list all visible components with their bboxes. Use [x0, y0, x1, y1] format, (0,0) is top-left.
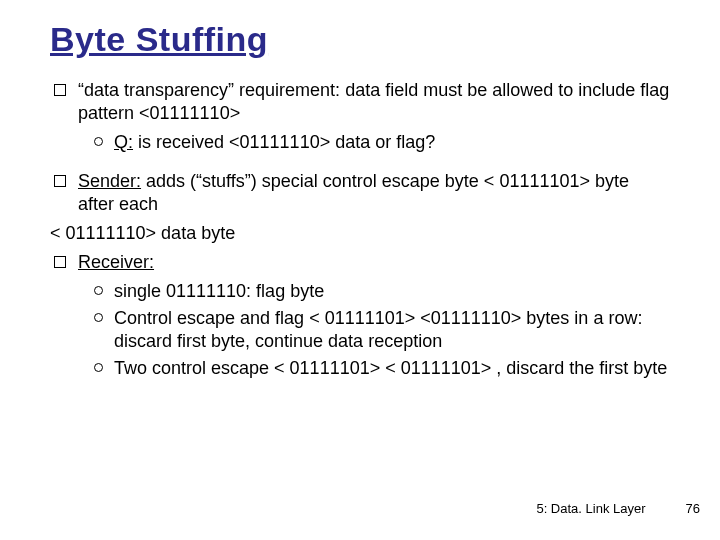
footer-section: 5: Data. Link Layer	[536, 501, 645, 516]
bullet-group-2: Sender: adds (“stuffs”) special control …	[50, 170, 670, 380]
slide-body: “data transparency” requirement: data fi…	[50, 79, 670, 380]
bullet-question: Q: is received <01111110> data or flag?	[50, 131, 670, 154]
bullet-receiver: Receiver:	[50, 251, 670, 274]
bullet-receiver-sub1: single 01111110: flag byte	[50, 280, 670, 303]
bullet-group-1: “data transparency” requirement: data fi…	[50, 79, 670, 154]
bullet-data-transparency: “data transparency” requirement: data fi…	[50, 79, 670, 125]
bullet-receiver-sub3: Two control escape < 01111101> < 0111110…	[50, 357, 670, 380]
receiver-label: Receiver:	[78, 252, 154, 272]
q-label: Q:	[114, 132, 133, 152]
slide-footer: 5: Data. Link Layer 76	[536, 501, 700, 516]
bullet-receiver-sub2: Control escape and flag < 01111101> <011…	[50, 307, 670, 353]
sender-text: adds (“stuffs”) special control escape b…	[78, 171, 629, 214]
slide: Byte Stuffing “data transparency” requir…	[0, 0, 720, 540]
q-text: is received <01111110> data or flag?	[133, 132, 435, 152]
slide-title: Byte Stuffing	[50, 20, 670, 59]
bullet-sender: Sender: adds (“stuffs”) special control …	[50, 170, 670, 216]
bullet-sender-cont: < 01111110> data byte	[50, 222, 670, 245]
sender-label: Sender:	[78, 171, 141, 191]
footer-page: 76	[686, 501, 700, 516]
